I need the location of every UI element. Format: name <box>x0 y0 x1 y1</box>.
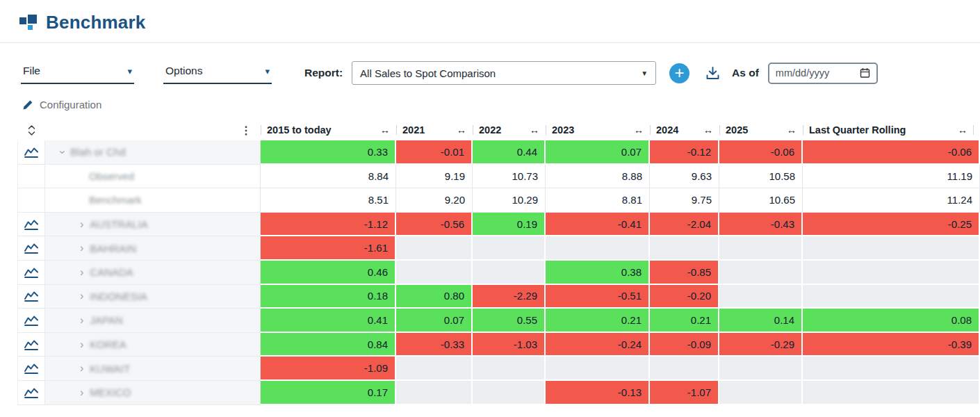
table-cell[interactable] <box>650 357 719 381</box>
chevron-right-icon[interactable]: › <box>80 266 83 279</box>
row-label[interactable]: ›BAHRAIN <box>45 236 261 261</box>
line-chart-icon[interactable] <box>24 339 38 350</box>
table-cell[interactable]: 8.84 <box>261 165 396 189</box>
table-cell[interactable]: 9.20 <box>396 188 473 213</box>
add-report-button[interactable]: + <box>669 63 689 83</box>
table-cell[interactable]: 0.44 <box>473 140 546 165</box>
column-header[interactable]: 2021↔ <box>396 120 473 140</box>
table-cell[interactable]: 0.80 <box>396 285 473 309</box>
table-cell[interactable] <box>396 261 473 285</box>
column-header[interactable]: 2015 to today↔ <box>261 120 396 140</box>
line-chart-icon[interactable] <box>24 387 38 398</box>
table-cell[interactable]: -0.06 <box>803 140 980 165</box>
table-cell[interactable] <box>803 381 980 405</box>
table-cell[interactable]: -2.04 <box>650 213 719 237</box>
line-chart-icon[interactable] <box>24 291 38 302</box>
table-cell[interactable]: 8.81 <box>546 188 650 213</box>
table-cell[interactable]: 0.07 <box>546 140 650 165</box>
chevron-right-icon[interactable]: › <box>80 218 83 231</box>
table-cell[interactable]: -0.24 <box>546 333 650 357</box>
table-cell[interactable]: -0.56 <box>396 213 473 237</box>
row-label[interactable]: ›Blah or Chd <box>45 140 261 165</box>
row-label[interactable]: ›KUWAIT <box>45 357 261 381</box>
options-menu[interactable]: Options ▾ <box>163 62 272 84</box>
table-cell[interactable] <box>546 236 650 261</box>
table-cell[interactable] <box>719 357 803 381</box>
column-resize-icon[interactable]: ↔ <box>781 124 797 136</box>
table-cell[interactable] <box>546 357 650 381</box>
calendar-icon[interactable] <box>860 67 870 79</box>
table-cell[interactable]: 0.55 <box>473 309 546 333</box>
table-cell[interactable] <box>396 381 473 405</box>
row-label[interactable]: Observed <box>45 165 261 189</box>
table-cell[interactable]: 8.51 <box>261 188 396 213</box>
table-cell[interactable]: 0.19 <box>473 213 546 237</box>
line-chart-icon[interactable] <box>24 363 38 374</box>
table-cell[interactable]: 0.38 <box>546 261 650 285</box>
table-cell[interactable] <box>396 357 473 381</box>
chevron-right-icon[interactable]: › <box>80 338 83 351</box>
table-cell[interactable]: 0.07 <box>396 309 473 333</box>
table-cell[interactable]: 11.24 <box>803 188 980 213</box>
chevron-down-icon[interactable]: › <box>56 150 69 154</box>
chevron-right-icon[interactable]: › <box>80 314 83 327</box>
table-cell[interactable]: 10.65 <box>719 188 803 213</box>
line-chart-icon[interactable] <box>24 267 38 278</box>
row-label[interactable]: ›JAPAN <box>45 309 261 333</box>
table-cell[interactable]: 10.58 <box>719 165 803 189</box>
table-cell[interactable]: -0.06 <box>719 140 803 165</box>
chevron-right-icon[interactable]: › <box>80 290 83 302</box>
table-cell[interactable]: 0.33 <box>261 140 396 165</box>
table-cell[interactable]: -0.33 <box>396 333 473 357</box>
column-header[interactable]: 2024↔ <box>650 120 719 140</box>
column-header[interactable]: Last Quarter Rolling↔ <box>803 120 980 140</box>
table-cell[interactable]: -1.12 <box>261 213 396 237</box>
row-chart-cell[interactable] <box>17 261 45 285</box>
kebab-menu-icon[interactable]: ⋮ <box>240 124 252 137</box>
row-chart-cell[interactable] <box>17 236 45 261</box>
table-cell[interactable] <box>473 261 546 285</box>
row-label[interactable]: ›CANADA <box>45 261 261 285</box>
row-label[interactable]: ›INDONESIA <box>45 285 261 309</box>
table-cell[interactable] <box>650 236 719 261</box>
table-cell[interactable]: 10.73 <box>473 165 546 189</box>
table-cell[interactable]: 0.84 <box>261 333 396 357</box>
table-cell[interactable] <box>719 381 803 405</box>
table-cell[interactable]: -1.61 <box>261 236 396 261</box>
line-chart-icon[interactable] <box>24 147 38 158</box>
table-cell[interactable]: 11.19 <box>803 165 980 189</box>
line-chart-icon[interactable] <box>24 219 38 230</box>
table-cell[interactable] <box>803 261 980 285</box>
column-resize-icon[interactable]: ↔ <box>952 124 967 136</box>
table-cell[interactable]: 0.14 <box>719 309 803 333</box>
table-cell[interactable]: 0.21 <box>546 309 650 333</box>
table-cell[interactable]: 8.88 <box>546 165 650 189</box>
row-label[interactable]: ›MEXICO <box>45 381 261 405</box>
row-chart-cell[interactable] <box>17 285 45 309</box>
table-cell[interactable]: -0.20 <box>650 285 719 309</box>
table-cell[interactable] <box>396 236 473 261</box>
row-label[interactable]: ›KOREA <box>45 333 261 357</box>
table-cell[interactable]: 9.19 <box>396 165 473 189</box>
table-cell[interactable]: -0.39 <box>803 333 980 357</box>
table-cell[interactable]: -0.85 <box>650 261 719 285</box>
table-cell[interactable] <box>719 285 803 309</box>
table-cell[interactable]: 0.21 <box>650 309 719 333</box>
table-cell[interactable] <box>803 357 980 381</box>
table-cell[interactable]: 0.46 <box>261 261 396 285</box>
download-button[interactable] <box>705 66 720 80</box>
table-cell[interactable] <box>803 236 980 261</box>
table-cell[interactable]: -1.09 <box>261 357 396 381</box>
table-cell[interactable]: -0.01 <box>396 140 473 165</box>
table-cell[interactable]: -0.25 <box>803 213 980 237</box>
row-chart-cell[interactable] <box>17 309 45 333</box>
row-chart-cell[interactable] <box>17 333 45 357</box>
table-cell[interactable] <box>719 261 803 285</box>
table-cell[interactable]: -0.29 <box>719 333 803 357</box>
row-chart-cell[interactable] <box>17 140 45 165</box>
table-cell[interactable] <box>473 236 546 261</box>
table-cell[interactable] <box>473 381 546 405</box>
table-cell[interactable]: -0.51 <box>546 285 650 309</box>
column-header[interactable]: 2022↔ <box>473 120 546 140</box>
column-resize-icon[interactable]: ↔ <box>628 124 644 136</box>
